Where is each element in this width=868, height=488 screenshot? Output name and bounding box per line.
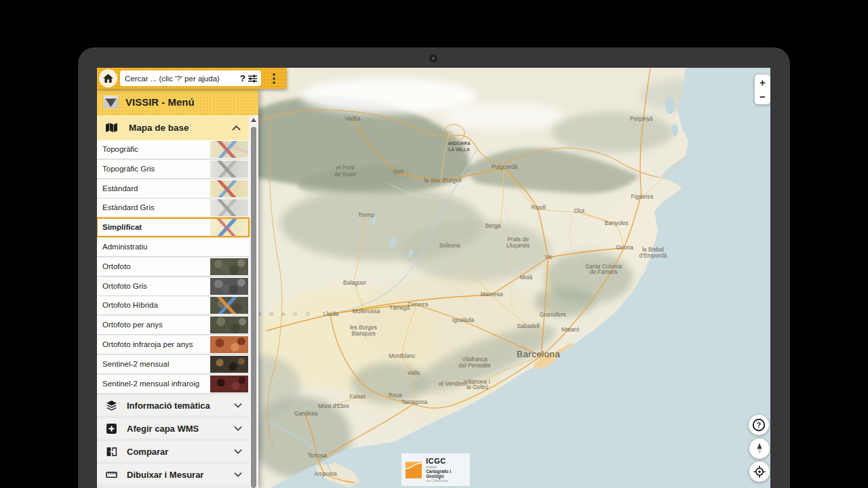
basemap-label: Ortofoto infraroja per anys: [102, 336, 193, 354]
basemap-thumbnail: [210, 141, 248, 158]
map-place-label: Mataró: [561, 326, 580, 333]
basemap-option[interactable]: Sentinel-2 mensual infraroig: [97, 375, 249, 393]
basemap-option[interactable]: Administratiu: [97, 238, 249, 256]
basemap-option[interactable]: Ortofoto: [97, 258, 249, 276]
basemap-thumbnail: [210, 258, 248, 275]
sidebar-menu-item[interactable]: Dibuixar i Mesurar: [97, 464, 249, 485]
basemap-option[interactable]: Sentinel-2 mensual: [97, 355, 249, 373]
basemap-option[interactable]: Estàndard: [97, 180, 249, 198]
basemap-thumbnail: [210, 239, 248, 256]
map-place-label: del Penedès: [458, 362, 490, 369]
attribution-acronym: ICGC: [426, 457, 466, 465]
map-place-label: Mollerussa: [352, 308, 380, 314]
basemap-label: Sentinel-2 mensual infraroig: [102, 375, 199, 393]
map-icon: [105, 123, 118, 133]
basemap-label: Ortofoto Híbrida: [102, 296, 158, 314]
compass-button[interactable]: [749, 439, 770, 459]
map-place-label: Igualada: [452, 317, 475, 323]
map-place-label: Tortosa: [308, 452, 327, 459]
zoom-in-button[interactable]: +: [755, 76, 770, 89]
map-place-label: Sort: [393, 168, 403, 175]
basemap-option[interactable]: Estàndard Gris: [97, 199, 249, 217]
scrollbar-thumb[interactable]: [251, 127, 256, 488]
basemap-thumbnail: [210, 161, 248, 178]
add-square-icon: [106, 423, 117, 434]
map-place-label: Granollers: [539, 311, 566, 318]
help-icon: ?: [750, 416, 768, 434]
home-button[interactable]: [99, 69, 117, 87]
basemap-thumbnail: [210, 297, 248, 314]
map-place-label: de Suert: [334, 171, 357, 178]
app-screen: VielhaPerpinyàANDORRALA VELLAel Pontde S…: [97, 68, 770, 488]
search-filters-icon[interactable]: [248, 74, 258, 83]
map-place-label: Girona: [616, 244, 633, 251]
sidebar-menu-item[interactable]: Comparar: [97, 441, 249, 462]
basemap-option[interactable]: Topogràfic Gris: [97, 160, 249, 178]
map-place-label: Banyoles: [605, 220, 629, 226]
search-input[interactable]: [123, 74, 238, 83]
zoom-out-button[interactable]: −: [755, 90, 770, 103]
chevron-down-icon: [234, 403, 242, 408]
more-options-button[interactable]: [267, 70, 281, 86]
target-icon: [751, 463, 768, 481]
basemap-option[interactable]: Topogràfic: [97, 140, 249, 159]
map-place-label: Gandesa: [294, 410, 318, 417]
app-title: VISSIR - Menú: [125, 96, 195, 108]
map-place-label: Falset: [349, 393, 366, 400]
map-place-label: Olot: [574, 207, 585, 214]
section-basemap-header[interactable]: Mapa de base: [97, 115, 249, 140]
geolocate-button[interactable]: [749, 462, 770, 482]
basemap-label: Ortofoto Gris: [102, 277, 147, 296]
basemap-option[interactable]: Ortofoto per anys: [97, 316, 249, 334]
map-place-label: Perpinyà: [630, 115, 653, 122]
map-place-label: Lleida: [323, 310, 339, 317]
map-place-label: Blanques: [351, 330, 375, 337]
map-place-label: Vielha: [344, 115, 361, 122]
map-place-label: Tremp: [358, 211, 375, 218]
compass-needle-icon: [751, 440, 768, 458]
basemap-option[interactable]: Ortofoto Gris: [97, 277, 249, 296]
basemap-list: Topogràfic Topogràfic Gris Estàndard Est…: [97, 140, 249, 394]
basemap-thumbnail: [210, 336, 248, 353]
ruler-icon: [106, 469, 117, 481]
map-place-label: Moià: [520, 274, 533, 281]
map-place-label: la Geltrú: [467, 384, 488, 390]
map-place-label: Balaguer: [343, 279, 366, 286]
chevron-down-icon: [234, 426, 242, 431]
basemap-label: Ortofoto per anys: [102, 316, 163, 334]
map-place-label: el Pont: [336, 164, 355, 171]
map-place-label: A R A G Ó: [258, 311, 313, 317]
basemap-thumbnail: [210, 199, 248, 216]
icgc-attribution[interactable]: ICGC Institut Cartogràfic i Geològic de …: [401, 453, 470, 486]
basemap-label: Simplificat: [102, 218, 142, 237]
map-place-label: Ripoll: [531, 204, 545, 211]
basemap-option[interactable]: Simplificat: [97, 218, 249, 237]
search-help-icon[interactable]: ?: [240, 74, 245, 83]
zoom-control: + −: [755, 75, 770, 104]
sidebar-menu-item[interactable]: Informació temàtica: [97, 395, 249, 415]
basemap-label: Estàndard: [102, 180, 138, 198]
basemap-label: Topogràfic: [102, 140, 138, 159]
map-place-label: Barcelona: [517, 349, 560, 359]
basemap-label: Estàndard Gris: [102, 199, 155, 217]
search-box: ?: [120, 70, 261, 86]
basemap-thumbnail: [210, 317, 248, 333]
chevron-down-icon: [234, 449, 242, 454]
topbar: ?: [97, 68, 287, 89]
map-place-label: Sabadell: [517, 323, 539, 329]
map-place-label: Manresa: [480, 291, 502, 298]
sidebar-scrollbar[interactable]: [249, 115, 258, 488]
sidebar-menu-item[interactable]: Afegir capa WMS: [97, 418, 249, 439]
basemap-label: Ortofoto: [102, 258, 131, 276]
basemap-option[interactable]: Ortofoto Híbrida: [97, 296, 249, 314]
map-place-label: Reus: [389, 392, 402, 399]
webcam-icon: [429, 54, 437, 62]
basemap-option[interactable]: Ortofoto infraroja per anys: [97, 336, 249, 354]
chevron-down-icon: [234, 472, 242, 477]
kebab-menu-icon: [273, 73, 275, 84]
map-place-label: Figueres: [631, 193, 653, 200]
scrollbar-up-arrow-icon[interactable]: [251, 118, 256, 122]
map-place-label: ANDORRA: [448, 141, 471, 146]
sidebar-header: VISSIR - Menú: [97, 89, 258, 115]
help-button[interactable]: ?: [749, 415, 769, 435]
